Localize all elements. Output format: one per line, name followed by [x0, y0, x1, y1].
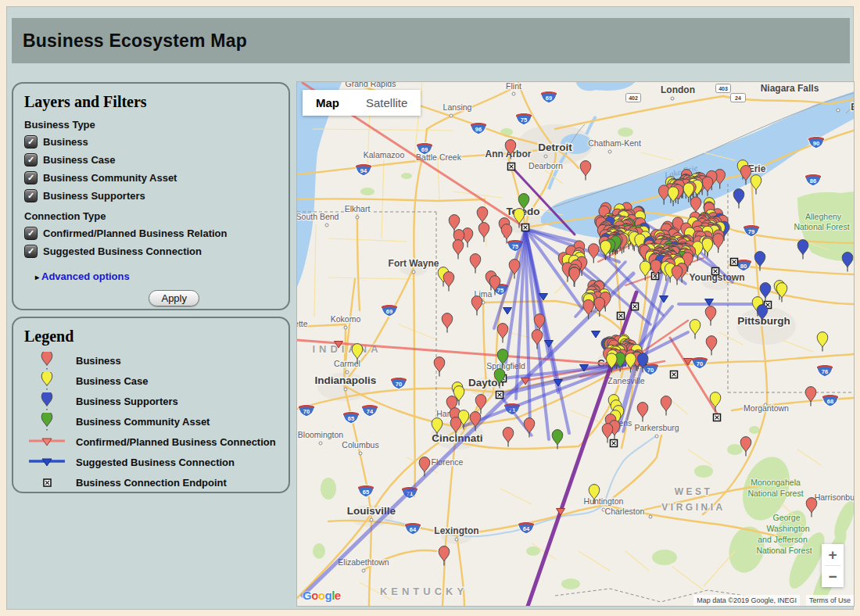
svg-text:76: 76 — [822, 368, 828, 375]
svg-text:90: 90 — [813, 140, 819, 147]
svg-text:79: 79 — [748, 228, 754, 235]
svg-text:Morgantown: Morgantown — [744, 403, 789, 413]
legend-item-confirmed-planned-business-connection: Confirmed/Planned Business Connection — [24, 433, 278, 451]
svg-text:George: George — [772, 513, 800, 522]
svg-text:96: 96 — [475, 126, 482, 133]
map-image: Grand RapidsFlintLansingKalamazooBattle … — [297, 82, 854, 606]
svg-text:Charleston: Charleston — [605, 507, 645, 516]
business-connection-endpoint-icon — [24, 478, 70, 488]
legend-item-label: Business Community Asset — [76, 416, 210, 428]
svg-text:Monongahela: Monongahela — [751, 478, 801, 487]
svg-text:94: 94 — [360, 167, 367, 174]
checkbox-label: Business Case — [43, 154, 116, 166]
checkbox-business-supporters[interactable]: ✓ — [24, 189, 38, 202]
svg-text:London: London — [661, 84, 695, 95]
legend-panel: Legend BusinessBusiness CaseBusiness Sup… — [12, 317, 290, 493]
svg-text:403: 403 — [718, 86, 728, 91]
page-background: Business Ecosystem Map Layers and Filter… — [6, 6, 854, 610]
advanced-options-link[interactable]: ▸Advanced options — [35, 270, 278, 282]
svg-text:64: 64 — [523, 525, 530, 532]
business-type-label: Business Type — [24, 119, 278, 131]
legend-item-label: Business Case — [76, 375, 149, 387]
legend-item-business-case: Business Case — [24, 372, 278, 390]
legend-item-label: Business Supporters — [76, 396, 178, 407]
connection-endpoint[interactable] — [731, 259, 738, 266]
zoom-out-button[interactable]: − — [822, 566, 844, 587]
map-type-satellite-button[interactable]: Satellite — [353, 90, 421, 116]
svg-text:Dearborn: Dearborn — [529, 161, 563, 170]
business-icon — [24, 352, 70, 370]
svg-text:70: 70 — [697, 360, 703, 367]
legend-item-business-connection-endpoint: Business Connection Endpoint — [24, 474, 278, 492]
svg-text:86: 86 — [810, 177, 816, 184]
connection-endpoint[interactable] — [508, 163, 515, 170]
page-title: Business Ecosystem Map — [23, 30, 247, 52]
svg-text:Lansing: Lansing — [443, 102, 472, 112]
legend-item-label: Suggested Business Connection — [76, 457, 235, 468]
business-supporters-icon — [24, 392, 70, 410]
svg-text:65: 65 — [348, 415, 354, 422]
svg-text:WEST: WEST — [675, 486, 713, 497]
zoom-in-button[interactable]: + — [822, 544, 844, 565]
svg-text:National Forest: National Forest — [747, 489, 803, 498]
svg-text:75: 75 — [521, 116, 527, 124]
svg-text:Harrisonburg: Harrisonburg — [815, 492, 854, 502]
svg-text:70: 70 — [303, 408, 310, 415]
map-type-map-button[interactable]: Map — [303, 90, 353, 116]
svg-text:69: 69 — [421, 146, 428, 153]
svg-text:68: 68 — [827, 398, 833, 405]
svg-text:70: 70 — [647, 367, 654, 374]
disclosure-triangle-icon: ▸ — [35, 273, 39, 281]
connection-endpoint[interactable] — [618, 313, 625, 320]
svg-text:402: 402 — [629, 95, 638, 101]
terms-of-use-link[interactable]: Terms of Use — [806, 595, 854, 606]
svg-text:69: 69 — [546, 95, 552, 102]
apply-button[interactable]: Apply — [149, 290, 199, 306]
legend-item-label: Confirmed/Planned Business Connection — [76, 436, 276, 448]
connection-endpoint[interactable] — [714, 414, 721, 421]
svg-text:and Jefferson: and Jefferson — [758, 535, 808, 544]
legend-item-business: Business — [24, 352, 278, 370]
filter-row-business-case: ✓Business Case — [24, 153, 278, 167]
connection-endpoint[interactable] — [611, 440, 618, 447]
google-logo[interactable]: Google — [303, 589, 341, 602]
svg-text:Chatham-Kent: Chatham-Kent — [588, 138, 641, 148]
connection-endpoint[interactable] — [522, 224, 529, 231]
svg-text:Kokomo: Kokomo — [331, 314, 361, 324]
connection-type-label: Connection Type — [24, 210, 278, 222]
checkbox-business-community-asset[interactable]: ✓ — [24, 171, 38, 184]
map-canvas[interactable]: Grand RapidsFlintLansingKalamazooBattle … — [296, 81, 855, 607]
legend-list: BusinessBusiness CaseBusiness Supporters… — [24, 352, 278, 492]
checkbox-suggested-business-connection[interactable]: ✓ — [24, 245, 38, 258]
svg-text:75: 75 — [497, 287, 503, 294]
legend-item-label: Business Connection Endpoint — [76, 477, 227, 489]
connection-endpoint[interactable] — [712, 268, 719, 275]
filter-row-business-supporters: ✓Business Supporters — [24, 189, 278, 202]
svg-text:Bloomington: Bloomington — [298, 430, 344, 439]
svg-text:Buffalo: Buffalo — [851, 102, 854, 113]
legend-item-suggested-business-connection: Suggested Business Connection — [24, 453, 278, 471]
checkbox-label: Business Community Asset — [43, 172, 177, 184]
suggested-business-connection-icon — [24, 457, 70, 468]
svg-text:Washington: Washington — [766, 524, 809, 533]
legend-item-business-supporters: Business Supporters — [24, 392, 278, 410]
filter-row-business-community-asset: ✓Business Community Asset — [24, 171, 278, 184]
checkbox-business-case[interactable]: ✓ — [24, 153, 38, 167]
checkbox-confirmed-planned-business-relation[interactable]: ✓ — [24, 227, 38, 240]
checkbox-label: Business — [43, 136, 88, 148]
connection-endpoint[interactable] — [671, 371, 678, 378]
svg-text:Niagara Falls: Niagara Falls — [761, 83, 819, 94]
svg-text:Indianapolis: Indianapolis — [315, 374, 377, 386]
connection-endpoint[interactable] — [632, 303, 639, 310]
svg-text:VIRGINIA: VIRGINIA — [661, 502, 725, 513]
connection-endpoint[interactable] — [496, 392, 503, 399]
checkbox-business[interactable]: ✓ — [24, 135, 38, 149]
map-type-control: Map Satellite — [303, 90, 421, 116]
svg-text:Detroit: Detroit — [538, 141, 572, 153]
legend-item-business-community-asset: Business Community Asset — [24, 413, 278, 431]
svg-text:Lexington: Lexington — [434, 525, 478, 536]
business-type-checkbox-group: ✓Business✓Business Case✓Business Communi… — [24, 135, 278, 202]
svg-text:Grand Rapids: Grand Rapids — [346, 82, 396, 88]
svg-text:Columbus: Columbus — [342, 440, 378, 449]
svg-text:Carmel: Carmel — [334, 359, 360, 368]
